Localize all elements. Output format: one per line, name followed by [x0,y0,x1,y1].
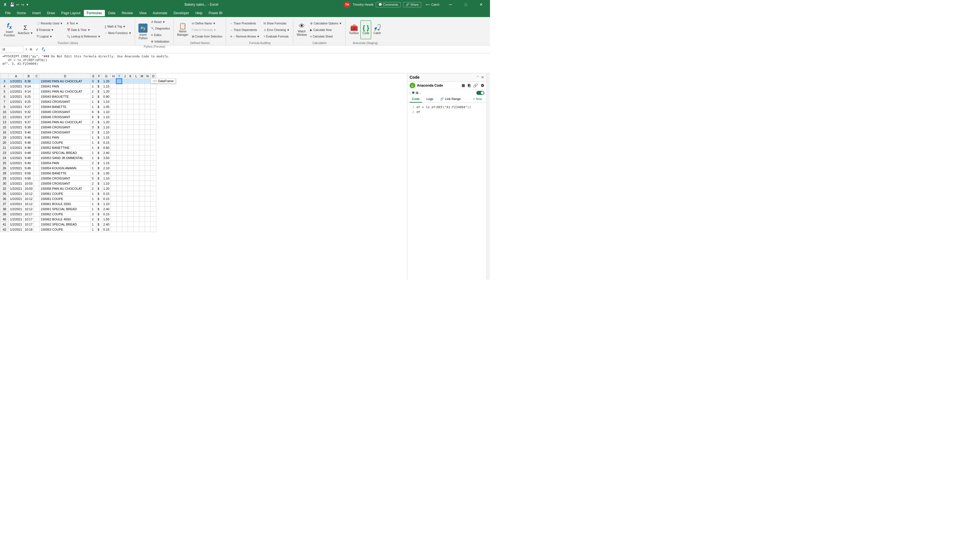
cell-a[interactable]: 1/2/2021 [9,181,23,186]
cell-g[interactable]: 2.40 [102,150,111,155]
cell-o[interactable] [150,176,156,181]
cell-b[interactable]: 9:49 [23,165,34,171]
cell-f[interactable]: $ [96,176,102,181]
row-header[interactable]: 30 [0,181,9,186]
cell-k[interactable] [128,155,133,160]
row-header[interactable]: 6 [0,94,9,99]
more-functions-btn[interactable]: ⋯ More Functions ▼ [103,30,133,36]
toggle-switch[interactable] [476,91,484,95]
row-header[interactable]: 40 [0,217,9,222]
cell-d[interactable]: 150061 COUPE [40,196,91,202]
cell-k[interactable] [128,191,133,196]
cell-o[interactable] [150,140,156,145]
col-header-j[interactable]: J [122,74,128,79]
cell-g[interactable]: 0.90 [102,94,111,99]
cell-k[interactable] [128,181,133,186]
cell-n[interactable] [145,114,150,119]
cell-i[interactable] [116,84,122,89]
cell-b[interactable]: 10:17 [23,212,34,217]
cell-h[interactable] [111,217,116,222]
tab-link-range[interactable]: 🔗 Link Range [438,96,463,103]
cell-m[interactable] [139,202,145,207]
menu-view[interactable]: View [136,10,149,16]
save-icon[interactable]: 💾 [10,2,15,7]
cell-e[interactable]: 3 [91,79,96,84]
cell-f[interactable]: $ [96,150,102,155]
cell-d[interactable]: 150040 PAIN AU CHOCOLAT [40,79,91,84]
cell-a[interactable]: 1/2/2021 [9,130,23,135]
cell-e[interactable]: 2 [91,181,96,186]
cell-c[interactable] [34,176,40,181]
cell-m[interactable] [139,150,145,155]
cell-m[interactable] [139,160,145,165]
autosum-btn[interactable]: Σ AutoSum ▼ [17,20,34,39]
cell-n[interactable] [145,89,150,94]
cell-c[interactable] [34,109,40,114]
cell-j[interactable] [122,171,128,176]
row-header[interactable]: 38 [0,207,9,212]
cell-l[interactable] [133,79,139,84]
cell-e[interactable]: 1 [91,140,96,145]
define-name-btn[interactable]: 🏷 Define Name ▼ [190,20,224,26]
cell-h[interactable] [111,155,116,160]
cell-h[interactable] [111,196,116,202]
cell-l[interactable] [133,84,139,89]
cell-a[interactable]: 1/2/2021 [9,150,23,155]
cell-i[interactable] [116,125,122,130]
cell-f[interactable]: $ [96,165,102,171]
cell-i[interactable] [116,99,122,104]
row-header[interactable]: 19 [0,135,9,140]
cell-k[interactable] [128,119,133,125]
cell-b[interactable]: 10:12 [23,196,34,202]
col-header-n[interactable]: N [145,74,150,79]
comments-btn[interactable]: 💬 Comments [376,2,401,7]
cell-h[interactable] [111,160,116,165]
cell-k[interactable] [128,125,133,130]
collapse-panel-icon[interactable]: ⌃ [476,75,479,79]
cell-l[interactable] [133,171,139,176]
cell-m[interactable] [139,155,145,160]
cell-m[interactable] [139,186,145,191]
cell-m[interactable] [139,84,145,89]
close-btn[interactable]: ✕ [475,0,488,9]
maximize-btn[interactable]: □ [459,0,473,9]
col-header-m[interactable]: M [139,74,145,79]
cell-m[interactable] [139,109,145,114]
cell-l[interactable] [133,155,139,160]
cell-h[interactable] [111,150,116,155]
cell-h[interactable] [111,202,116,207]
cell-k[interactable] [128,145,133,150]
cell-j[interactable] [122,191,128,196]
cell-h[interactable] [111,212,116,217]
expand-formula-icon[interactable]: ⬍ [25,48,27,51]
row-header[interactable]: 28 [0,171,9,176]
cell-m[interactable] [139,171,145,176]
col-header-c[interactable]: C [34,74,40,79]
cell-i[interactable] [116,171,122,176]
close-panel-btn[interactable]: ✕ [481,75,484,79]
cell-f[interactable]: $ [96,191,102,196]
cell-m[interactable] [139,227,145,232]
cell-c[interactable] [34,130,40,135]
cell-j[interactable] [122,165,128,171]
cell-n[interactable] [145,176,150,181]
cell-f[interactable]: $ [96,212,102,217]
col-header-k[interactable]: K [128,74,133,79]
cell-a[interactable]: 1/2/2021 [9,160,23,165]
cell-i[interactable] [116,207,122,212]
cell-n[interactable] [145,207,150,212]
cell-g[interactable]: 1.10 [102,109,111,114]
cell-k[interactable] [128,79,133,84]
cell-m[interactable] [139,196,145,202]
cell-a[interactable]: 1/2/2021 [9,145,23,150]
cell-n[interactable] [145,125,150,130]
calculate-sheet-btn[interactable]: ≡ Calculate Sheet [308,33,343,40]
recently-used-btn[interactable]: 🕐 Recently Used ▼ [35,20,65,26]
cell-h[interactable] [111,165,116,171]
cell-o[interactable] [150,191,156,196]
cell-f[interactable]: $ [96,114,102,119]
menu-data[interactable]: Data [105,10,118,16]
toolbox-btn[interactable]: 🧰 Toolbox [348,20,360,39]
cell-m[interactable] [139,217,145,222]
cell-n[interactable] [145,119,150,125]
